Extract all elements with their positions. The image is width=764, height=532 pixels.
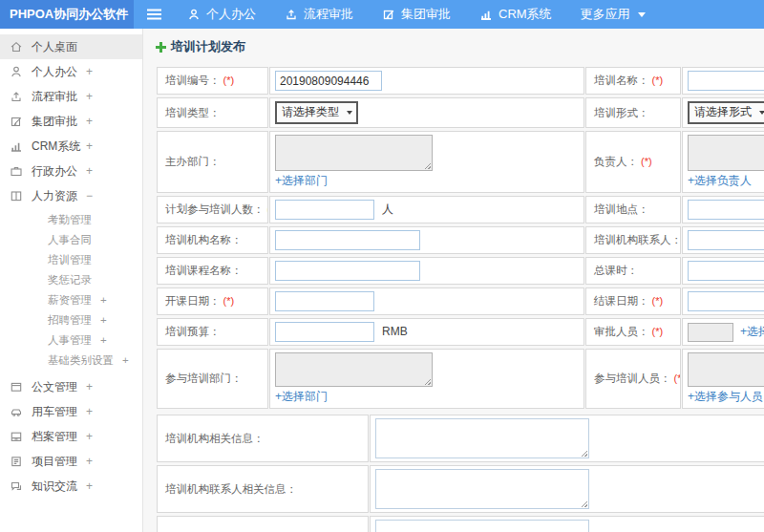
- course-name-input[interactable]: [275, 261, 420, 281]
- field-label-training-no: 培训编号：: [165, 74, 221, 86]
- sidebar-subitem-attendance[interactable]: 考勤管理: [0, 210, 142, 230]
- required-mark: (*): [641, 156, 652, 167]
- required-mark: (*): [652, 326, 664, 337]
- field-label-end-date: 结课日期：: [594, 295, 649, 307]
- total-hours-input[interactable]: [688, 261, 764, 281]
- training-type-select[interactable]: 请选择类型: [275, 101, 358, 124]
- approvers-box[interactable]: [688, 323, 733, 342]
- field-label-training-name: 培训名称：: [594, 74, 649, 86]
- user-icon: [187, 8, 201, 21]
- sidebar-item-crm-system[interactable]: CRM系统 +: [0, 134, 142, 159]
- planned-participants-input[interactable]: [275, 200, 374, 220]
- person-in-charge-box[interactable]: [688, 135, 764, 171]
- sidebar-hr-submenu: 考勤管理 人事合同 培训管理 奖惩记录 薪资管理+ 招聘管理+ 人事管理+ 基础…: [0, 208, 142, 374]
- topnav-more-apps[interactable]: 更多应用: [581, 6, 646, 23]
- sidebar-item-label: 知识交流: [32, 479, 77, 495]
- field-label-org-name: 培训机构名称：: [165, 234, 243, 245]
- training-place-input[interactable]: [688, 200, 764, 220]
- expand-plus-icon[interactable]: +: [86, 380, 93, 394]
- topnav-personal-office[interactable]: 个人办公: [187, 6, 256, 23]
- host-dept-box[interactable]: [275, 135, 433, 171]
- topnav-workflow-approval[interactable]: 流程审批: [285, 6, 353, 23]
- expand-plus-icon[interactable]: +: [100, 294, 107, 306]
- edit-icon: [382, 8, 395, 21]
- training-no-input[interactable]: [275, 71, 382, 91]
- sidebar-item-admin-office[interactable]: 行政办公 +: [0, 159, 142, 183]
- training-name-input[interactable]: [688, 71, 764, 91]
- app-window: PHPOA协同办公软件 个人办公 流程审批 集团审批 CRM系统 更多应用: [0, 0, 764, 532]
- expand-plus-icon[interactable]: +: [100, 314, 107, 326]
- org-contact-input[interactable]: [688, 230, 764, 250]
- expand-plus-icon[interactable]: +: [100, 334, 107, 346]
- expand-plus-icon[interactable]: +: [86, 65, 93, 78]
- sidebar-item-vehicle-mgmt[interactable]: 用车管理 +: [0, 399, 142, 424]
- collapse-minus-icon[interactable]: −: [86, 189, 93, 202]
- participating-depts-box[interactable]: [275, 352, 433, 387]
- expand-plus-icon[interactable]: +: [122, 354, 129, 366]
- expand-plus-icon[interactable]: +: [86, 455, 93, 468]
- org-contact-info-textarea[interactable]: [375, 469, 589, 509]
- field-label-total-hours: 总课时：: [594, 265, 638, 276]
- sidebar-item-workflow-approval[interactable]: 流程审批 +: [0, 84, 142, 109]
- field-label-approvers: 审批人员：: [594, 326, 649, 337]
- select-person-in-charge-link[interactable]: +选择负责人: [688, 173, 752, 189]
- select-approvers-link[interactable]: +选择审批人员: [740, 325, 764, 338]
- sidebar-subitem-salary[interactable]: 薪资管理+: [0, 290, 142, 310]
- field-label-course-name: 培训课程名称：: [165, 265, 243, 276]
- expand-plus-icon[interactable]: +: [86, 90, 93, 103]
- sidebar-item-human-resources[interactable]: 人力资源 −: [0, 183, 142, 208]
- topnav-label: 更多应用: [581, 6, 630, 23]
- org-name-input[interactable]: [275, 230, 420, 250]
- sidebar-item-archive-mgmt[interactable]: 档案管理 +: [0, 424, 142, 449]
- expand-plus-icon[interactable]: +: [86, 430, 93, 443]
- briefcase-icon: [10, 164, 23, 178]
- sidebar-item-official-docs[interactable]: 公文管理 +: [0, 374, 142, 399]
- sidebar-item-label: 集团审批: [32, 114, 77, 130]
- sidebar-item-personal-office[interactable]: 个人办公 +: [0, 59, 142, 84]
- expand-plus-icon[interactable]: +: [86, 164, 93, 178]
- field-label-start-date: 开课日期：: [165, 295, 221, 307]
- sidebar-item-personal-desktop[interactable]: 个人桌面: [0, 34, 142, 59]
- topnav-label: CRM系统: [499, 6, 552, 23]
- training-form-select[interactable]: 请选择形式: [688, 101, 764, 124]
- sidebar-subitem-hr-contract[interactable]: 人事合同: [0, 230, 142, 250]
- required-mark: (*): [223, 74, 235, 86]
- sidebar-subitem-base-category[interactable]: 基础类别设置+: [0, 351, 142, 371]
- select-dept-link[interactable]: +选择部门: [275, 173, 328, 189]
- edit-icon: [10, 115, 23, 128]
- field-label-participants: 参与培训人员：: [594, 372, 671, 384]
- select-dept-link[interactable]: +选择部门: [275, 389, 328, 405]
- expand-plus-icon[interactable]: +: [86, 139, 93, 153]
- expand-plus-icon[interactable]: +: [86, 479, 93, 493]
- training-requirements-textarea[interactable]: [375, 520, 589, 532]
- unit-suffix: 人: [382, 202, 393, 216]
- topnav-label: 集团审批: [401, 6, 451, 23]
- sidebar-item-knowledge-exchange[interactable]: 知识交流 +: [0, 474, 142, 499]
- select-participants-link[interactable]: +选择参与人员: [688, 389, 763, 405]
- topnav-label: 流程审批: [304, 6, 353, 23]
- sidebar-subitem-personnel[interactable]: 人事管理+: [0, 330, 142, 351]
- expand-plus-icon[interactable]: +: [86, 115, 93, 128]
- field-label-org-contact-info: 培训机构联系人相关信息：: [165, 483, 297, 495]
- sidebar-item-label: 人力资源: [32, 188, 77, 204]
- sidebar-item-label: 用车管理: [32, 404, 77, 420]
- topnav-crm-system[interactable]: CRM系统: [479, 6, 552, 23]
- sidebar-item-project-mgmt[interactable]: 项目管理 +: [0, 449, 142, 474]
- chat-icon: [10, 479, 23, 493]
- org-info-textarea[interactable]: [375, 418, 589, 458]
- topnav-group-approval[interactable]: 集团审批: [382, 6, 451, 23]
- participants-box[interactable]: [688, 352, 764, 387]
- sidebar-subitem-rewards[interactable]: 奖惩记录: [0, 270, 142, 290]
- sidebar-item-label: 行政办公: [32, 163, 77, 180]
- start-date-input[interactable]: [275, 291, 374, 311]
- sidebar-item-group-approval[interactable]: 集团审批 +: [0, 109, 142, 134]
- hamburger-menu-button[interactable]: [134, 0, 174, 29]
- green-plus-icon: [156, 42, 166, 53]
- end-date-input[interactable]: [688, 291, 764, 311]
- sidebar-subitem-training[interactable]: 培训管理: [0, 250, 142, 270]
- budget-input[interactable]: [275, 322, 374, 342]
- sidebar-subitem-recruit[interactable]: 招聘管理+: [0, 310, 142, 330]
- expand-plus-icon[interactable]: +: [86, 405, 93, 418]
- book-icon: [10, 189, 23, 202]
- required-mark: (*): [267, 203, 269, 215]
